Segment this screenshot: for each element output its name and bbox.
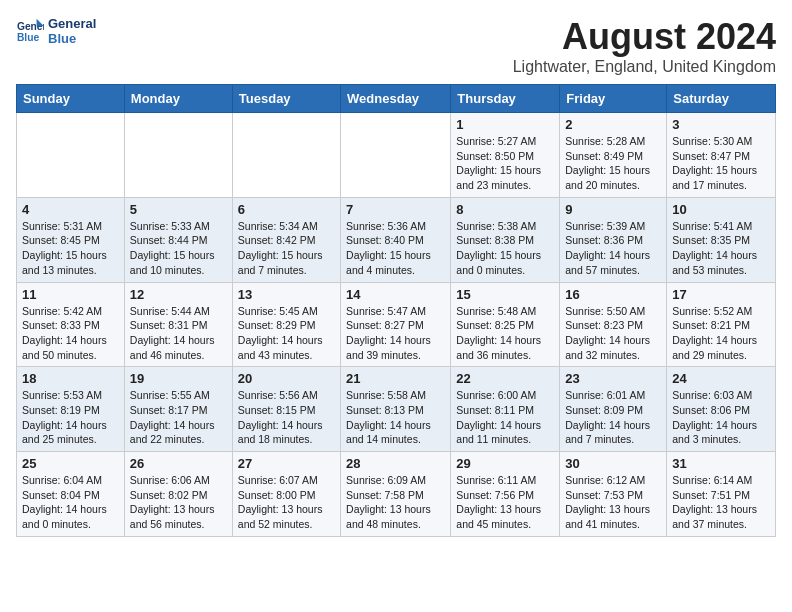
day-cell: 9Sunrise: 5:39 AM Sunset: 8:36 PM Daylig… [560,197,667,282]
day-number: 31 [672,456,770,471]
day-info: Sunrise: 5:34 AM Sunset: 8:42 PM Dayligh… [238,219,335,278]
day-info: Sunrise: 5:47 AM Sunset: 8:27 PM Dayligh… [346,304,445,363]
day-cell: 16Sunrise: 5:50 AM Sunset: 8:23 PM Dayli… [560,282,667,367]
day-cell [341,113,451,198]
day-number: 2 [565,117,661,132]
day-info: Sunrise: 5:39 AM Sunset: 8:36 PM Dayligh… [565,219,661,278]
day-cell [17,113,125,198]
day-cell: 4Sunrise: 5:31 AM Sunset: 8:45 PM Daylig… [17,197,125,282]
week-row-3: 11Sunrise: 5:42 AM Sunset: 8:33 PM Dayli… [17,282,776,367]
day-info: Sunrise: 5:48 AM Sunset: 8:25 PM Dayligh… [456,304,554,363]
day-info: Sunrise: 5:33 AM Sunset: 8:44 PM Dayligh… [130,219,227,278]
day-number: 28 [346,456,445,471]
day-number: 8 [456,202,554,217]
day-cell: 7Sunrise: 5:36 AM Sunset: 8:40 PM Daylig… [341,197,451,282]
week-row-2: 4Sunrise: 5:31 AM Sunset: 8:45 PM Daylig… [17,197,776,282]
day-number: 20 [238,371,335,386]
day-info: Sunrise: 6:01 AM Sunset: 8:09 PM Dayligh… [565,388,661,447]
day-number: 17 [672,287,770,302]
day-info: Sunrise: 5:36 AM Sunset: 8:40 PM Dayligh… [346,219,445,278]
weekday-header-saturday: Saturday [667,85,776,113]
logo-line1: General [48,16,96,31]
day-cell [232,113,340,198]
day-info: Sunrise: 6:00 AM Sunset: 8:11 PM Dayligh… [456,388,554,447]
day-cell: 30Sunrise: 6:12 AM Sunset: 7:53 PM Dayli… [560,452,667,537]
day-cell: 18Sunrise: 5:53 AM Sunset: 8:19 PM Dayli… [17,367,125,452]
day-number: 3 [672,117,770,132]
day-info: Sunrise: 5:56 AM Sunset: 8:15 PM Dayligh… [238,388,335,447]
day-number: 1 [456,117,554,132]
day-number: 15 [456,287,554,302]
main-title: August 2024 [513,16,776,58]
day-info: Sunrise: 6:04 AM Sunset: 8:04 PM Dayligh… [22,473,119,532]
day-number: 21 [346,371,445,386]
day-info: Sunrise: 6:11 AM Sunset: 7:56 PM Dayligh… [456,473,554,532]
day-info: Sunrise: 5:55 AM Sunset: 8:17 PM Dayligh… [130,388,227,447]
weekday-header-monday: Monday [124,85,232,113]
day-info: Sunrise: 5:30 AM Sunset: 8:47 PM Dayligh… [672,134,770,193]
day-number: 29 [456,456,554,471]
day-number: 9 [565,202,661,217]
day-cell: 13Sunrise: 5:45 AM Sunset: 8:29 PM Dayli… [232,282,340,367]
day-cell: 5Sunrise: 5:33 AM Sunset: 8:44 PM Daylig… [124,197,232,282]
day-info: Sunrise: 5:58 AM Sunset: 8:13 PM Dayligh… [346,388,445,447]
day-cell: 20Sunrise: 5:56 AM Sunset: 8:15 PM Dayli… [232,367,340,452]
day-cell: 15Sunrise: 5:48 AM Sunset: 8:25 PM Dayli… [451,282,560,367]
day-number: 14 [346,287,445,302]
day-number: 27 [238,456,335,471]
day-info: Sunrise: 5:45 AM Sunset: 8:29 PM Dayligh… [238,304,335,363]
day-number: 4 [22,202,119,217]
day-number: 26 [130,456,227,471]
day-cell: 22Sunrise: 6:00 AM Sunset: 8:11 PM Dayli… [451,367,560,452]
day-number: 25 [22,456,119,471]
week-row-1: 1Sunrise: 5:27 AM Sunset: 8:50 PM Daylig… [17,113,776,198]
day-number: 18 [22,371,119,386]
day-cell: 26Sunrise: 6:06 AM Sunset: 8:02 PM Dayli… [124,452,232,537]
weekday-header-sunday: Sunday [17,85,125,113]
day-cell: 19Sunrise: 5:55 AM Sunset: 8:17 PM Dayli… [124,367,232,452]
day-cell: 10Sunrise: 5:41 AM Sunset: 8:35 PM Dayli… [667,197,776,282]
day-number: 5 [130,202,227,217]
calendar-table: SundayMondayTuesdayWednesdayThursdayFrid… [16,84,776,537]
weekday-header-wednesday: Wednesday [341,85,451,113]
weekday-header-friday: Friday [560,85,667,113]
day-cell: 1Sunrise: 5:27 AM Sunset: 8:50 PM Daylig… [451,113,560,198]
day-info: Sunrise: 5:53 AM Sunset: 8:19 PM Dayligh… [22,388,119,447]
day-number: 19 [130,371,227,386]
header: General Blue General Blue August 2024 Li… [16,16,776,76]
weekday-header-tuesday: Tuesday [232,85,340,113]
svg-text:Blue: Blue [17,32,40,43]
day-info: Sunrise: 5:42 AM Sunset: 8:33 PM Dayligh… [22,304,119,363]
day-info: Sunrise: 5:27 AM Sunset: 8:50 PM Dayligh… [456,134,554,193]
day-cell: 24Sunrise: 6:03 AM Sunset: 8:06 PM Dayli… [667,367,776,452]
day-cell: 2Sunrise: 5:28 AM Sunset: 8:49 PM Daylig… [560,113,667,198]
day-cell: 29Sunrise: 6:11 AM Sunset: 7:56 PM Dayli… [451,452,560,537]
day-info: Sunrise: 6:06 AM Sunset: 8:02 PM Dayligh… [130,473,227,532]
day-info: Sunrise: 5:31 AM Sunset: 8:45 PM Dayligh… [22,219,119,278]
day-cell: 8Sunrise: 5:38 AM Sunset: 8:38 PM Daylig… [451,197,560,282]
day-number: 12 [130,287,227,302]
day-cell: 31Sunrise: 6:14 AM Sunset: 7:51 PM Dayli… [667,452,776,537]
day-number: 16 [565,287,661,302]
day-cell: 12Sunrise: 5:44 AM Sunset: 8:31 PM Dayli… [124,282,232,367]
day-cell: 17Sunrise: 5:52 AM Sunset: 8:21 PM Dayli… [667,282,776,367]
day-number: 13 [238,287,335,302]
day-info: Sunrise: 6:12 AM Sunset: 7:53 PM Dayligh… [565,473,661,532]
day-cell: 11Sunrise: 5:42 AM Sunset: 8:33 PM Dayli… [17,282,125,367]
weekday-header-row: SundayMondayTuesdayWednesdayThursdayFrid… [17,85,776,113]
day-info: Sunrise: 5:52 AM Sunset: 8:21 PM Dayligh… [672,304,770,363]
logo-line2: Blue [48,31,96,46]
day-cell: 6Sunrise: 5:34 AM Sunset: 8:42 PM Daylig… [232,197,340,282]
day-cell: 14Sunrise: 5:47 AM Sunset: 8:27 PM Dayli… [341,282,451,367]
day-info: Sunrise: 5:41 AM Sunset: 8:35 PM Dayligh… [672,219,770,278]
day-cell: 3Sunrise: 5:30 AM Sunset: 8:47 PM Daylig… [667,113,776,198]
logo-icon: General Blue [16,17,44,45]
title-section: August 2024 Lightwater, England, United … [513,16,776,76]
day-number: 24 [672,371,770,386]
day-cell: 27Sunrise: 6:07 AM Sunset: 8:00 PM Dayli… [232,452,340,537]
day-number: 11 [22,287,119,302]
day-number: 30 [565,456,661,471]
day-info: Sunrise: 6:09 AM Sunset: 7:58 PM Dayligh… [346,473,445,532]
subtitle: Lightwater, England, United Kingdom [513,58,776,76]
day-number: 10 [672,202,770,217]
